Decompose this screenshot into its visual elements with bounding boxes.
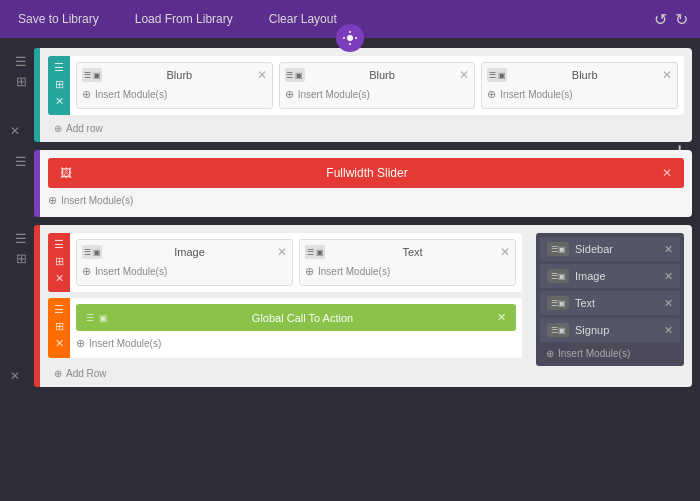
row-b-grid-icon[interactable]: ⊞ (55, 320, 64, 333)
load-from-library-button[interactable]: Load From Library (129, 8, 239, 30)
module-blurb-2-close[interactable]: ✕ (459, 69, 469, 81)
section-3: ☰ ⊞ ✕ ☰ ▣ (8, 225, 692, 387)
save-to-library-button[interactable]: Save to Library (12, 8, 105, 30)
module-blurb-2: ☰ ▣ Blurb ✕ ⊕ Insert Module(s) (279, 62, 476, 109)
add-row-label: Add row (66, 123, 103, 134)
rp-item-signup[interactable]: ☰▣ Signup ✕ (540, 318, 680, 342)
section-1-add-row[interactable]: ⊕ Add row (48, 121, 684, 136)
rp-image-icon: ☰▣ (547, 269, 569, 283)
module-image-header: ☰ ▣ Image ✕ (82, 245, 287, 259)
rp-item-sidebar[interactable]: ☰▣ Sidebar ✕ (540, 237, 680, 261)
section-2-handle (8, 150, 34, 217)
rp-insert-icon: ⊕ (546, 348, 554, 359)
clear-layout-button[interactable]: Clear Layout (263, 8, 343, 30)
insert-plus-icon-1: ⊕ (82, 88, 91, 101)
row-x-icon[interactable]: ✕ (55, 95, 64, 108)
rp-sidebar-icon: ☰▣ (547, 242, 569, 256)
insert-module-section2[interactable]: ⊕ Insert Module(s) (48, 192, 684, 209)
section-3-row-a: ☰ ⊞ ✕ ☰ ▣ (48, 233, 522, 292)
section-1-close[interactable]: ✕ (10, 124, 20, 138)
section-1-grid-icon[interactable] (16, 74, 27, 89)
insert-module-image[interactable]: ⊕ Insert Module(s) (82, 263, 287, 280)
section-3-content: ☰ ⊞ ✕ ☰ ▣ (40, 225, 692, 387)
section-2: ✛ 🖼 Fullwidth Slider ✕ ⊕ Insert Module(s… (8, 150, 692, 217)
module-blurb-1-close[interactable]: ✕ (257, 69, 267, 81)
rp-text-close[interactable]: ✕ (664, 297, 673, 310)
insert-module-blurb-1[interactable]: ⊕ Insert Module(s) (82, 86, 267, 103)
insert-label-1: Insert Module(s) (95, 89, 167, 100)
row-menu-icon[interactable]: ☰ (54, 61, 64, 74)
cta-grid-icon: ▣ (99, 313, 108, 323)
fullwidth-slider-module[interactable]: 🖼 Fullwidth Slider ✕ (48, 158, 684, 188)
section-1: ☰ ⊞ ✕ ☰ ▣ Blurb (8, 48, 692, 142)
rp-image-close[interactable]: ✕ (664, 270, 673, 283)
row-a-grid-icon[interactable]: ⊞ (55, 255, 64, 268)
section-3-grid-icon[interactable] (16, 251, 27, 266)
blurb-icon-3: ☰ ▣ (487, 68, 507, 82)
toolbar-right-actions: ↺ ↻ (654, 10, 688, 29)
row-grid-icon[interactable]: ⊞ (55, 78, 64, 91)
insert-module-blurb-3[interactable]: ⊕ Insert Module(s) (487, 86, 672, 103)
insert-plus-image: ⊕ (82, 265, 91, 278)
add-row-3-plus-icon: ⊕ (54, 368, 62, 379)
main-area: ☰ ⊞ ✕ ☰ ▣ Blurb (0, 38, 700, 397)
module-blurb-1-title: Blurb (106, 69, 253, 81)
blurb-icon-1: ☰ ▣ (82, 68, 102, 82)
cta-close[interactable]: ✕ (497, 311, 506, 324)
row-b-x-icon[interactable]: ✕ (55, 337, 64, 350)
settings-circle[interactable] (336, 24, 364, 52)
insert-module-text[interactable]: ⊕ Insert Module(s) (305, 263, 510, 280)
svg-point-0 (347, 35, 353, 41)
redo-button[interactable]: ↻ (675, 10, 688, 29)
module-image: ☰ ▣ Image ✕ ⊕ Insert Module(s) (76, 239, 293, 286)
section-2-menu-icon[interactable] (15, 154, 27, 169)
add-row-3-label: Add Row (66, 368, 107, 379)
module-cta[interactable]: ☰ ▣ Global Call To Action ✕ (76, 304, 516, 331)
fullwidth-slider-close[interactable]: ✕ (662, 166, 672, 180)
insert-label-cta: Insert Module(s) (89, 338, 161, 349)
rp-sidebar-close[interactable]: ✕ (664, 243, 673, 256)
insert-plus-icon-3: ⊕ (487, 88, 496, 101)
module-blurb-3: ☰ ▣ Blurb ✕ ⊕ Insert Module(s) (481, 62, 678, 109)
module-image-close[interactable]: ✕ (277, 246, 287, 258)
rp-signup-icon: ☰▣ (547, 323, 569, 337)
row-b-handle: ☰ ⊞ ✕ (48, 298, 70, 358)
rp-insert-module[interactable]: ⊕ Insert Module(s) (540, 345, 680, 362)
rp-item-image[interactable]: ☰▣ Image ✕ (540, 264, 680, 288)
row-b-menu-icon[interactable]: ☰ (54, 303, 64, 316)
insert-module-blurb-2[interactable]: ⊕ Insert Module(s) (285, 86, 470, 103)
module-blurb-2-title: Blurb (309, 69, 456, 81)
rp-item-text[interactable]: ☰▣ Text ✕ (540, 291, 680, 315)
insert-plus-icon-s2: ⊕ (48, 194, 57, 207)
cta-title: Global Call To Action (252, 312, 353, 324)
rp-signup-title: Signup (575, 324, 658, 336)
module-text-header: ☰ ▣ Text ✕ (305, 245, 510, 259)
row-1-modules: ☰ ▣ Blurb ✕ ⊕ Insert Module(s) (76, 62, 678, 109)
insert-plus-text: ⊕ (305, 265, 314, 278)
section-2-content: 🖼 Fullwidth Slider ✕ ⊕ Insert Module(s) (40, 150, 692, 217)
module-blurb-3-header: ☰ ▣ Blurb ✕ (487, 68, 672, 82)
section-3-menu-icon[interactable] (15, 231, 27, 246)
insert-module-cta[interactable]: ⊕ Insert Module(s) (76, 335, 516, 352)
rp-insert-label: Insert Module(s) (558, 348, 630, 359)
row-a-handle: ☰ ⊞ ✕ (48, 233, 70, 292)
row-a-x-icon[interactable]: ✕ (55, 272, 64, 285)
undo-button[interactable]: ↺ (654, 10, 667, 29)
module-blurb-3-close[interactable]: ✕ (662, 69, 672, 81)
section-1-content: ☰ ⊞ ✕ ☰ ▣ Blurb (40, 48, 692, 142)
section-3-add-row[interactable]: ⊕ Add Row (48, 366, 684, 381)
insert-plus-cta: ⊕ (76, 337, 85, 350)
row-1-content: ☰ ▣ Blurb ✕ ⊕ Insert Module(s) (70, 56, 684, 115)
rp-image-title: Image (575, 270, 658, 282)
toolbar: Save to Library Load From Library Clear … (0, 0, 700, 38)
module-text-close[interactable]: ✕ (500, 246, 510, 258)
section-3-row-b: ☰ ⊞ ✕ ☰ ▣ Global Call To Actio (48, 298, 522, 358)
rp-signup-close[interactable]: ✕ (664, 324, 673, 337)
section-3-close[interactable]: ✕ (10, 369, 20, 383)
insert-label-3: Insert Module(s) (500, 89, 572, 100)
section-1-menu-icon[interactable] (15, 54, 27, 69)
insert-label-s2: Insert Module(s) (61, 195, 133, 206)
insert-label-2: Insert Module(s) (298, 89, 370, 100)
row-a-menu-icon[interactable]: ☰ (54, 238, 64, 251)
add-row-plus-icon: ⊕ (54, 123, 62, 134)
